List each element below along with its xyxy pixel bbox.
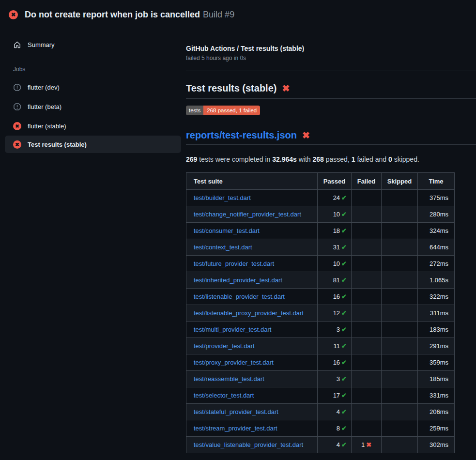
time-cell: 185ms [418, 371, 455, 387]
table-row: test/listenable_provider_test.dart16✔322… [186, 289, 455, 305]
test-suite-link[interactable]: test/builder_test.dart [194, 194, 251, 201]
test-suite-cell: test/stateful_provider_test.dart [186, 404, 318, 420]
table-row: test/stateful_provider_test.dart4✔206ms [186, 404, 455, 420]
test-suite-link[interactable]: test/provider_test.dart [194, 342, 255, 350]
test-suite-link[interactable]: test/stream_provider_test.dart [194, 425, 277, 432]
failed-x-icon: ✖ [302, 131, 310, 140]
test-suite-link[interactable]: test/stateful_provider_test.dart [194, 408, 278, 415]
failed-count-cell: 1✖ [352, 437, 382, 453]
passed-count-cell: 4✔ [318, 437, 352, 453]
failed-x-icon: ✖ [282, 84, 290, 93]
time-cell: 322ms [418, 289, 455, 305]
breadcrumb: GitHub Actions / Test results (stable) [186, 45, 476, 52]
test-suite-link[interactable]: test/change_notifier_provider_test.dart [194, 211, 301, 218]
test-suite-cell: test/listenable_proxy_provider_test.dart [186, 305, 318, 322]
test-suite-link[interactable]: test/listenable_provider_test.dart [194, 293, 285, 300]
section-heading: Test results (stable) ✖ [186, 83, 476, 99]
test-suite-cell: test/reassemble_test.dart [186, 371, 318, 387]
passed-count-cell: 16✔ [318, 289, 352, 305]
passed-count-cell: 4✔ [318, 404, 352, 420]
test-suite-link[interactable]: test/context_test.dart [194, 244, 252, 251]
skipped-count-cell [382, 322, 418, 338]
check-run-header: ✖ Do not create report when job is cance… [0, 0, 476, 27]
time-cell: 259ms [418, 420, 455, 437]
column-header-passed: Passed [318, 173, 352, 190]
table-row: test/consumer_test.dart18✔324ms [186, 223, 455, 239]
failed-count-cell [352, 239, 382, 256]
failed-count-cell [352, 289, 382, 305]
tests-status-badge: tests 268 passed, 1 failed [186, 106, 260, 115]
check-icon: ✔ [341, 425, 347, 432]
passed-count-cell: 10✔ [318, 256, 352, 272]
test-suite-link[interactable]: test/value_listenable_provider_test.dart [194, 441, 303, 448]
table-header-row: Test suite Passed Failed Skipped Time [186, 173, 455, 190]
summary-segment: failed and [355, 155, 389, 163]
sidebar-item-test-results-stable[interactable]: ✖ Test results (stable) [5, 136, 181, 153]
jobs-section-label: Jobs [13, 66, 186, 73]
report-heading: reports/test-results.json ✖ [186, 130, 476, 145]
badge-label: tests [186, 106, 203, 115]
failed-count-cell [352, 420, 382, 437]
test-suite-cell: test/consumer_test.dart [186, 223, 318, 239]
skipped-count-cell [382, 190, 418, 206]
sidebar-item-flutter-stable[interactable]: ✖ flutter (stable) [5, 116, 181, 136]
sidebar-item-summary[interactable]: Summary [5, 36, 181, 53]
summary-segment: passed, [324, 155, 352, 163]
skipped-count-cell [382, 272, 418, 289]
table-row: test/value_listenable_provider_test.dart… [186, 437, 455, 453]
table-row: test/provider_test.dart11✔291ms [186, 338, 455, 354]
test-suite-link[interactable]: test/future_provider_test.dart [194, 260, 274, 267]
report-file-link[interactable]: reports/test-results.json [186, 130, 297, 141]
time-cell: 375ms [418, 190, 455, 206]
column-header-time: Time [418, 173, 455, 190]
failed-count-cell [352, 305, 382, 322]
test-suite-cell: test/proxy_provider_test.dart [186, 354, 318, 371]
passed-count-cell: 24✔ [318, 190, 352, 206]
summary-segment: with [297, 155, 313, 163]
build-number: Build #9 [203, 10, 234, 19]
table-row: test/future_provider_test.dart10✔272ms [186, 256, 455, 272]
failed-count-cell [352, 322, 382, 338]
check-icon: ✔ [341, 408, 347, 415]
skipped-count-cell [382, 305, 418, 322]
sidebar-item-flutter-dev[interactable]: flutter (dev) [5, 77, 181, 97]
test-suite-link[interactable]: test/inherited_provider_test.dart [194, 276, 282, 284]
time-cell: 324ms [418, 223, 455, 239]
test-suite-link[interactable]: test/consumer_test.dart [194, 227, 260, 234]
skipped-count-cell [382, 256, 418, 272]
skipped-count-cell [382, 206, 418, 223]
test-suite-cell: test/selector_test.dart [186, 387, 318, 404]
time-cell: 359ms [418, 354, 455, 371]
test-suite-link[interactable]: test/listenable_proxy_provider_test.dart [194, 309, 304, 317]
failed-count-cell [352, 338, 382, 354]
skipped-count-cell [382, 420, 418, 437]
passed-count-cell: 17✔ [318, 387, 352, 404]
table-row: test/proxy_provider_test.dart16✔359ms [186, 354, 455, 371]
divider [186, 71, 476, 71]
passed-count-cell: 12✔ [318, 305, 352, 322]
test-summary-text: 269 tests were completed in 32.964s with… [186, 155, 476, 163]
summary-segment: 269 [186, 155, 197, 163]
check-icon: ✔ [341, 392, 347, 399]
table-row: test/inherited_provider_test.dart81✔1.06… [186, 272, 455, 289]
status-line: failed 5 hours ago in 0s [186, 55, 476, 61]
check-icon: ✔ [341, 293, 347, 300]
sidebar-item-flutter-beta[interactable]: flutter (beta) [5, 97, 181, 116]
test-suite-cell: test/multi_provider_test.dart [186, 322, 318, 338]
test-suite-link[interactable]: test/proxy_provider_test.dart [194, 359, 274, 366]
test-suite-cell: test/listenable_provider_test.dart [186, 289, 318, 305]
x-circle-icon: ✖ [13, 140, 21, 149]
page-title: Do not create report when job is cancell… [25, 10, 200, 19]
test-suite-link[interactable]: test/reassemble_test.dart [194, 375, 264, 383]
check-icon: ✔ [341, 276, 347, 284]
check-icon: ✔ [341, 309, 347, 317]
failed-count-cell [352, 206, 382, 223]
section-title: Test results (stable) [186, 83, 276, 94]
failed-count-cell [352, 354, 382, 371]
test-suite-link[interactable]: test/multi_provider_test.dart [194, 326, 271, 333]
skipped-count-cell [382, 239, 418, 256]
test-suite-link[interactable]: test/selector_test.dart [194, 392, 254, 399]
check-icon: ✔ [341, 441, 347, 448]
time-cell: 206ms [418, 404, 455, 420]
time-cell: 280ms [418, 206, 455, 223]
